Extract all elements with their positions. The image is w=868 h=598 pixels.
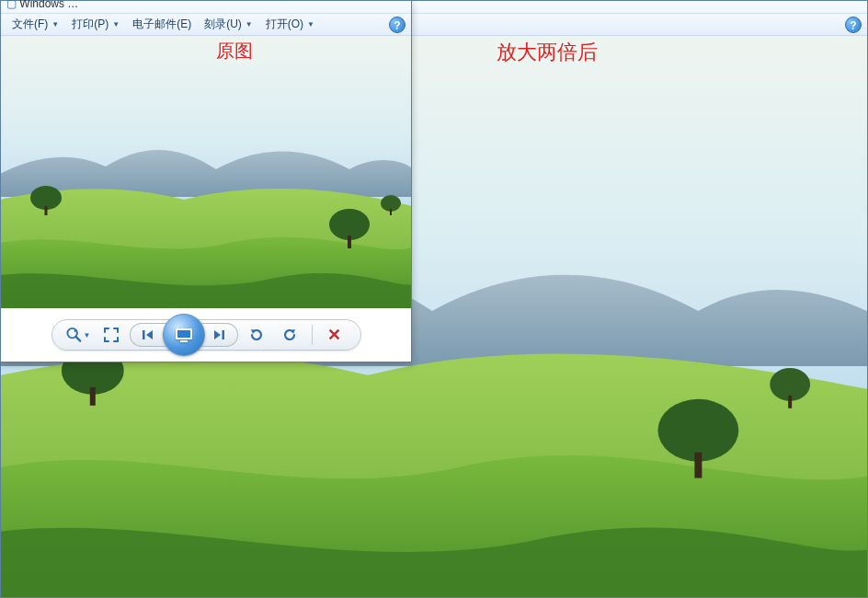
window-title: ▢ Windows …: [6, 0, 78, 10]
menu-open-label: 打开(O): [266, 17, 303, 32]
menu-print[interactable]: 打印(P) ▼: [68, 17, 123, 32]
menu-file[interactable]: 文件(F) ▼: [8, 17, 63, 32]
previous-button[interactable]: [130, 323, 166, 347]
svg-rect-6: [788, 396, 792, 408]
rotate-ccw-icon: [248, 327, 265, 343]
menu-open[interactable]: 打开(O) ▼: [262, 17, 318, 32]
menu-burn[interactable]: 刻录(U) ▼: [200, 17, 257, 32]
chevron-down-icon: ▼: [84, 331, 91, 339]
fit-to-screen-button[interactable]: [98, 322, 124, 348]
svg-line-15: [75, 337, 80, 341]
chevron-down-icon: ▼: [51, 20, 59, 29]
svg-rect-17: [143, 330, 145, 339]
svg-rect-21: [180, 340, 188, 342]
svg-marker-22: [214, 330, 221, 339]
rotate-ccw-button[interactable]: [244, 322, 269, 348]
svg-point-10: [329, 209, 370, 240]
control-pill: ▼: [51, 319, 361, 351]
fit-to-screen-icon: [103, 327, 120, 343]
svg-rect-4: [694, 453, 702, 478]
delete-icon: ✕: [327, 325, 341, 345]
nav-cluster: [130, 319, 238, 351]
menu-email[interactable]: 电子邮件(E): [129, 17, 195, 32]
magnifier-icon: [65, 326, 83, 344]
menubar: 文件(F) ▼ 打印(P) ▼ 电子邮件(E) 刻录(U) ▼ 打开(O) ▼ …: [1, 14, 411, 36]
svg-rect-2: [90, 387, 96, 406]
titlebar[interactable]: ▢ Windows …: [1, 1, 411, 14]
next-button[interactable]: [201, 323, 238, 347]
help-icon[interactable]: ?: [845, 17, 862, 33]
separator: [312, 325, 313, 345]
svg-rect-13: [390, 209, 392, 215]
svg-marker-18: [146, 330, 153, 339]
landscape-image-original: [1, 36, 411, 308]
next-icon: [211, 328, 226, 341]
chevron-down-icon: ▼: [112, 20, 120, 29]
svg-rect-11: [348, 236, 351, 248]
svg-rect-23: [223, 330, 225, 339]
svg-rect-9: [45, 206, 48, 215]
zoom-button[interactable]: ▼: [65, 322, 91, 348]
rotate-cw-button[interactable]: [277, 322, 303, 348]
menu-print-label: 打印(P): [72, 17, 108, 32]
svg-point-3: [657, 399, 738, 462]
help-icon[interactable]: ?: [389, 17, 405, 33]
svg-rect-20: [177, 330, 190, 338]
previous-icon: [141, 328, 155, 341]
menu-file-label: 文件(F): [12, 17, 48, 32]
photo-viewer-window-original: ▢ Windows … 文件(F) ▼ 打印(P) ▼ 电子邮件(E) 刻录(U…: [0, 0, 412, 362]
chevron-down-icon: ▼: [246, 20, 253, 29]
rotate-cw-icon: [281, 327, 298, 343]
menu-burn-label: 刻录(U): [204, 17, 242, 32]
delete-button[interactable]: ✕: [322, 322, 348, 348]
menu-email-label: 电子邮件(E): [132, 17, 191, 32]
slideshow-button[interactable]: [163, 314, 205, 356]
slideshow-icon: [174, 327, 194, 343]
chevron-down-icon: ▼: [307, 20, 314, 29]
viewer-controlbar: ▼: [1, 308, 411, 362]
image-canvas-original[interactable]: [1, 36, 411, 308]
